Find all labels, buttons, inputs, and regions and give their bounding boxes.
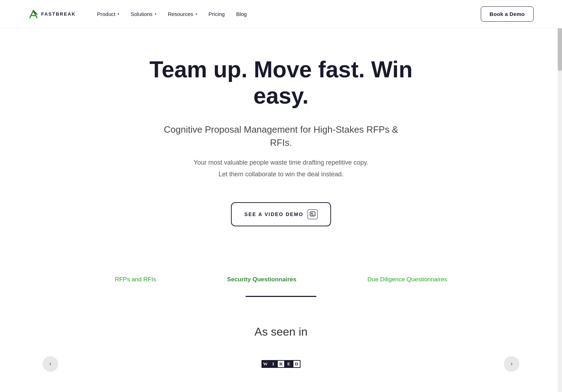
- wired-letter-e: E: [285, 360, 293, 368]
- nav-item-pricing: Pricing: [204, 11, 229, 17]
- chevron-left-icon: ‹: [49, 360, 51, 368]
- cta-video-demo-button[interactable]: SEE A VIDEO DEMO: [231, 202, 331, 226]
- hero-description-line1: Your most valuable people waste time dra…: [194, 158, 368, 168]
- svg-rect-2: [311, 215, 314, 215]
- tab-security-questionnaires[interactable]: Security Questionnaires: [227, 276, 297, 289]
- wired-letter-d: D: [293, 360, 301, 368]
- wired-letter-i: I: [269, 360, 277, 368]
- carousel-content: W I R E D: [58, 360, 504, 368]
- tab-due-diligence[interactable]: Due Diligence Questionnaires: [367, 276, 447, 289]
- nav-item-solutions: Solutions ▾: [126, 8, 161, 20]
- tab-active-underline: [246, 296, 316, 297]
- tabs-section: RFPs and RFIs Security Questionnaires Du…: [0, 276, 562, 289]
- navbar: FASTBREAK Product ▾ Solutions ▾ Resource…: [0, 0, 562, 28]
- scrollbar[interactable]: [558, 0, 562, 392]
- nav-link-product[interactable]: Product ▾: [93, 8, 123, 20]
- hero-title: Team up. Move fast. Win easy.: [121, 57, 441, 109]
- nav-link-blog[interactable]: Blog: [232, 8, 251, 20]
- navbar-left: FASTBREAK Product ▾ Solutions ▾ Resource…: [28, 8, 251, 20]
- chevron-right-icon: ›: [511, 360, 513, 368]
- nav-item-product: Product ▾: [93, 8, 123, 20]
- wired-letter-r: R: [277, 360, 285, 368]
- nav-link-pricing[interactable]: Pricing: [204, 8, 229, 20]
- wired-letter-w: W: [261, 360, 269, 368]
- carousel-prev-button[interactable]: ‹: [43, 356, 58, 372]
- svg-rect-1: [311, 213, 313, 214]
- chevron-down-icon: ▾: [195, 12, 197, 16]
- book-demo-button[interactable]: Book a Demo: [481, 6, 534, 22]
- hero-subtitle: Cognitive Proposal Management for High-S…: [157, 123, 405, 149]
- nav-menu: Product ▾ Solutions ▾ Resources ▾ Pricin…: [93, 8, 251, 20]
- hero-description: Your most valuable people waste time dra…: [194, 158, 368, 181]
- as-seen-in-section: As seen in ‹ W I R E D ›: [0, 318, 562, 386]
- logo-text: FASTBREAK: [41, 11, 76, 17]
- svg-rect-0: [310, 212, 315, 216]
- logo-icon: [28, 9, 38, 19]
- carousel: ‹ W I R E D ›: [28, 356, 534, 372]
- chevron-down-icon: ▾: [117, 12, 119, 16]
- chevron-down-icon: ▾: [155, 12, 156, 16]
- carousel-next-button[interactable]: ›: [504, 356, 519, 372]
- tab-rfps-rfis[interactable]: RFPs and RFIs: [115, 276, 156, 289]
- nav-item-blog: Blog: [232, 11, 251, 17]
- hero-section: Team up. Move fast. Win easy. Cognitive …: [0, 28, 562, 276]
- video-play-icon: [308, 209, 318, 219]
- tab-underline-container: [0, 296, 562, 297]
- as-seen-in-title: As seen in: [254, 325, 307, 338]
- logo[interactable]: FASTBREAK: [28, 9, 76, 19]
- nav-link-solutions[interactable]: Solutions ▾: [126, 8, 161, 20]
- cta-label: SEE A VIDEO DEMO: [244, 211, 303, 217]
- hero-description-line2: Let them collaborate to win the deal ins…: [194, 169, 368, 180]
- nav-link-resources[interactable]: Resources ▾: [164, 8, 202, 20]
- wired-logo: W I R E D: [261, 360, 301, 368]
- nav-item-resources: Resources ▾: [164, 8, 202, 20]
